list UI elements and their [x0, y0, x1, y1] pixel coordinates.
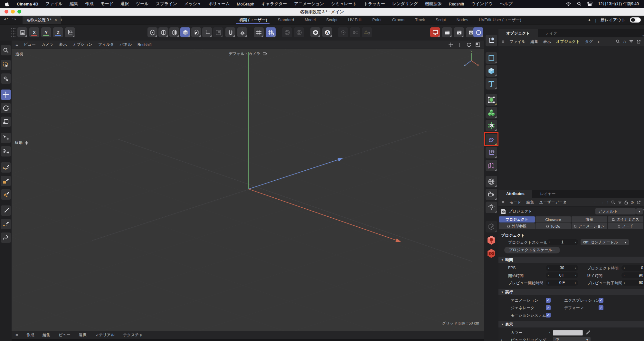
section-tab-references[interactable]: 外部参照	[499, 223, 535, 229]
bottom-menu-material[interactable]: マテリアル	[95, 332, 115, 338]
project-time-value[interactable]: 0 F	[641, 266, 644, 270]
vp-menu-display[interactable]: 表示	[59, 42, 67, 47]
pan-view-icon[interactable]	[448, 42, 453, 47]
om-home-icon[interactable]: ⌂	[623, 39, 626, 44]
add-document-button[interactable]: +	[60, 17, 63, 22]
symmetry-settings-button[interactable]	[350, 27, 360, 37]
new-layout-button[interactable]: 新レイアウト	[601, 17, 625, 23]
om-menu-view[interactable]: 表示	[543, 39, 551, 44]
view-clipping-dropdown[interactable]: 中 ▾	[553, 337, 591, 341]
section-tab-animation[interactable]: アニメーション	[572, 223, 607, 229]
section-tab-info[interactable]: 情報	[572, 216, 607, 223]
preview-start-field[interactable]: ‹ 0 F ›	[546, 280, 578, 286]
uv-mode-button[interactable]	[213, 27, 223, 37]
coordinate-system-button[interactable]	[65, 27, 75, 37]
om-menu-grip[interactable]: ≡	[502, 39, 504, 44]
tweak-settings-tool[interactable]	[1, 73, 11, 84]
quantize-button[interactable]	[254, 27, 264, 37]
vp-menu-panel[interactable]: パネル	[120, 42, 132, 47]
move-tool[interactable]	[1, 90, 11, 100]
preset-dropdown[interactable]: デフォルト	[595, 208, 636, 214]
menubar-item-tools[interactable]: ツール	[136, 1, 149, 7]
rotate-view-icon[interactable]	[466, 42, 471, 47]
preview-end-value[interactable]: 90 F	[639, 280, 644, 285]
spinner-down-icon[interactable]: ‹	[548, 273, 549, 277]
layout-tab-sculpt[interactable]: Sculpt	[326, 16, 337, 24]
section-tab-nodes[interactable]: ノード	[608, 223, 644, 229]
motext-button[interactable]	[486, 78, 497, 90]
layout-tab-uvedit-user[interactable]: UVEdit-User (ユーザー)	[479, 16, 521, 24]
zoom-view-icon[interactable]	[457, 42, 462, 47]
vp-menu-camera[interactable]: カメラ	[42, 42, 53, 47]
vp-menu-options[interactable]: オプション	[73, 42, 92, 47]
tab-attributes[interactable]: Attributes	[498, 190, 532, 198]
panel-grip[interactable]: ≡	[642, 35, 644, 36]
bottom-menu-grip[interactable]: ≡	[15, 333, 18, 338]
tab-takes[interactable]: テイク	[538, 29, 565, 37]
scale-project-button[interactable]: プロジェクトをスケール...	[504, 247, 560, 253]
close-document-icon[interactable]: ×	[55, 18, 57, 22]
subdivision-surface-button[interactable]	[486, 94, 497, 106]
edges-mode-button[interactable]	[158, 27, 168, 37]
bottom-menu-view[interactable]: ビュー	[59, 332, 71, 338]
viewport-canvas[interactable]: 透視 デフォルトカメラ 移動 Y Z X グリッド間隔 : 50 cm	[12, 49, 484, 331]
axis-lock-x-button[interactable]: X	[29, 27, 39, 37]
redshift-camera-button[interactable]	[486, 248, 497, 259]
section-tab-dynamics[interactable]: ダイナミクス	[608, 216, 644, 223]
model-mode-button[interactable]	[180, 27, 190, 37]
layout-tab-groom[interactable]: Groom	[392, 16, 404, 24]
motion-system-checkbox[interactable]: ✓	[546, 313, 551, 317]
spinner-up-icon[interactable]: ›	[575, 273, 576, 277]
workplane-ring-button[interactable]	[282, 27, 292, 37]
fps-field[interactable]: ‹ 30 ›	[546, 265, 578, 271]
document-tab[interactable]: 名称未設定 3 * ×	[23, 16, 61, 24]
attr-forward-icon[interactable]: →	[600, 200, 604, 204]
object-axis-mode-button[interactable]	[202, 27, 212, 37]
quantize-lock-button[interactable]	[266, 27, 276, 37]
collapse-icon[interactable]: ▼	[501, 323, 504, 326]
animation-checkbox[interactable]: ✓	[546, 298, 551, 303]
auto-mode-button[interactable]: A	[322, 27, 332, 37]
layout-tab-standard[interactable]: Standard	[278, 16, 294, 24]
collapse-icon[interactable]: ▼	[501, 291, 504, 294]
axis-lock-y-button[interactable]: Y	[41, 27, 51, 37]
execution-section-header[interactable]: ▼ 実行	[498, 289, 644, 295]
spinner-down-icon[interactable]: ‹	[624, 273, 625, 277]
project-scale-value[interactable]: 1	[561, 240, 564, 244]
redshift-render-view-button[interactable]	[430, 27, 440, 37]
preset-dropdown-chevron[interactable]: ▾	[636, 208, 643, 214]
maximize-view-icon[interactable]	[475, 42, 480, 47]
workplane-object-button[interactable]	[486, 147, 497, 158]
layout-tab-startup[interactable]: 初期 (ユーザー)	[239, 16, 267, 24]
menubar-item-extensions[interactable]: 機能拡張	[425, 1, 442, 7]
snap-button[interactable]	[225, 27, 235, 37]
sky-object-button[interactable]	[486, 176, 497, 187]
vp-menu-redshift[interactable]: Redshift	[137, 43, 152, 47]
menubar-item-mesh[interactable]: メッシュ	[184, 1, 201, 7]
light-object-button[interactable]	[486, 202, 497, 213]
layout-tab-paint[interactable]: Paint	[372, 16, 382, 24]
attr-lock-icon[interactable]	[624, 200, 628, 204]
end-time-field[interactable]: ‹ 90 F	[621, 272, 644, 278]
redshift-light-button[interactable]	[486, 234, 497, 246]
vp-menu-view[interactable]: ビュー	[24, 42, 36, 47]
soft-selection-button[interactable]	[338, 27, 348, 37]
menubar-item-simulate[interactable]: シミュレート	[331, 1, 357, 7]
attr-filter-icon[interactable]	[618, 201, 622, 204]
sketch-tool[interactable]	[1, 176, 11, 186]
spinner-down-icon[interactable]: ‹	[549, 240, 550, 244]
om-menu-tags[interactable]: タグ	[585, 39, 593, 44]
fps-value[interactable]: 30	[560, 266, 564, 270]
array-generator-button[interactable]	[486, 107, 497, 118]
commander-search-button[interactable]	[1, 45, 11, 55]
expressions-checkbox[interactable]: ✓	[599, 298, 603, 303]
attr-menu-userdata[interactable]: ユーザーデータ	[539, 200, 567, 205]
field-generator-button[interactable]	[486, 120, 497, 131]
tweak-move-tool[interactable]	[1, 133, 11, 143]
generators-checkbox[interactable]: ✓	[546, 305, 551, 310]
attr-track-icon[interactable]: ⊙	[630, 200, 634, 205]
om-menu-overflow-arrow[interactable]: ▸	[598, 40, 600, 43]
spinner-up-icon[interactable]: ›	[575, 266, 576, 270]
end-time-value[interactable]: 90 F	[639, 273, 644, 278]
texture-mode-button[interactable]	[191, 27, 201, 37]
